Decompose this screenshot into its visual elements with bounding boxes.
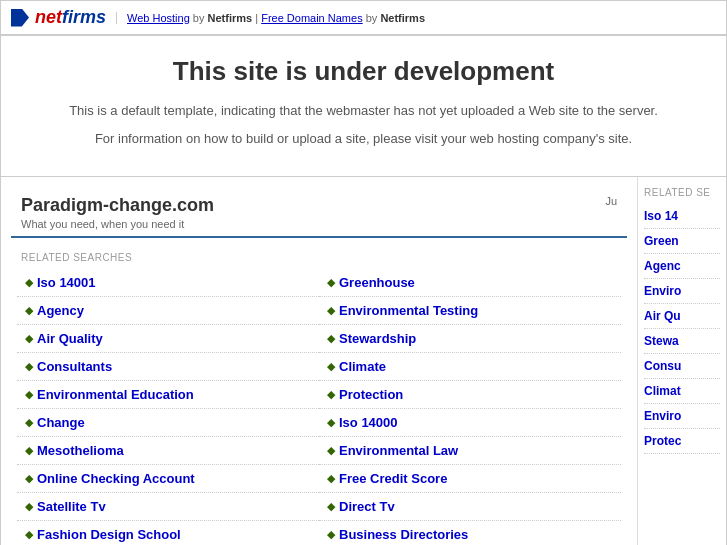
search-item: ◆Environmental Education: [17, 381, 319, 409]
search-item: ◆Air Quality: [17, 325, 319, 353]
search-link[interactable]: Consultants: [37, 359, 112, 374]
arrow-icon: ◆: [327, 472, 335, 485]
search-link[interactable]: Environmental Testing: [339, 303, 478, 318]
search-item: ◆Mesothelioma: [17, 437, 319, 465]
logo-icon: [11, 9, 29, 27]
search-item: ◆Online Checking Account: [17, 465, 319, 493]
right-panel-item[interactable]: Agenc: [644, 254, 720, 279]
search-link[interactable]: Iso 14000: [339, 415, 398, 430]
search-item: ◆Direct Tv: [319, 493, 621, 521]
right-panel-item[interactable]: Air Qu: [644, 304, 720, 329]
search-link[interactable]: Change: [37, 415, 85, 430]
search-item: ◆Iso 14001: [17, 269, 319, 297]
search-item: ◆Free Credit Score: [319, 465, 621, 493]
arrow-icon: ◆: [25, 276, 33, 289]
arrow-icon: ◆: [25, 500, 33, 513]
search-item: ◆Business Directories: [319, 521, 621, 545]
search-link[interactable]: Environmental Education: [37, 387, 194, 402]
arrow-icon: ◆: [327, 500, 335, 513]
left-panel: Paradigm-change.com What you need, when …: [1, 177, 638, 545]
search-item: ◆Fashion Design School: [17, 521, 319, 545]
banner-links: Web Hosting by Netfirms | Free Domain Na…: [116, 12, 425, 24]
under-dev-heading: This site is under development: [41, 56, 686, 87]
right-panel-item[interactable]: Stewa: [644, 329, 720, 354]
search-item: ◆Climate: [319, 353, 621, 381]
logo-text: netfirms: [35, 7, 106, 28]
search-link[interactable]: Iso 14001: [37, 275, 96, 290]
search-link[interactable]: Protection: [339, 387, 403, 402]
search-link[interactable]: Satellite Tv: [37, 499, 106, 514]
search-item: ◆Stewardship: [319, 325, 621, 353]
arrow-icon: ◆: [25, 472, 33, 485]
search-link[interactable]: Stewardship: [339, 331, 416, 346]
search-item: ◆Agency: [17, 297, 319, 325]
arrow-icon: ◆: [25, 360, 33, 373]
arrow-icon: ◆: [25, 528, 33, 541]
netfirms-logo: netfirms: [11, 7, 106, 28]
search-item: ◆Environmental Law: [319, 437, 621, 465]
site-title: Paradigm-change.com: [21, 195, 214, 216]
right-panel-item[interactable]: Climat: [644, 379, 720, 404]
right-panel-item[interactable]: Consu: [644, 354, 720, 379]
search-grid: ◆Iso 14001◆Greenhouse◆Agency◆Environment…: [11, 269, 627, 545]
arrow-icon: ◆: [327, 388, 335, 401]
under-dev-box: This site is under development This is a…: [0, 35, 727, 177]
top-banner: netfirms Web Hosting by Netfirms | Free …: [0, 0, 727, 35]
main-area: Paradigm-change.com What you need, when …: [0, 177, 727, 545]
netfirms-brand-2: Netfirms: [380, 12, 425, 24]
logo-net-part: net: [35, 7, 62, 27]
arrow-icon: ◆: [327, 444, 335, 457]
site-info: Paradigm-change.com What you need, when …: [21, 195, 214, 230]
search-link[interactable]: Air Quality: [37, 331, 103, 346]
right-panel-item[interactable]: Enviro: [644, 279, 720, 304]
search-item: ◆Environmental Testing: [319, 297, 621, 325]
right-panel-item[interactable]: Protec: [644, 429, 720, 454]
arrow-icon: ◆: [25, 332, 33, 345]
search-item: ◆Satellite Tv: [17, 493, 319, 521]
by-text-1: by: [193, 12, 208, 24]
site-tagline: What you need, when you need it: [21, 218, 214, 230]
search-item: ◆Protection: [319, 381, 621, 409]
search-link[interactable]: Agency: [37, 303, 84, 318]
arrow-icon: ◆: [327, 360, 335, 373]
related-searches-label: RELATED SEARCHES: [11, 248, 627, 269]
right-panel-item[interactable]: Enviro: [644, 404, 720, 429]
right-items-container: Iso 14GreenAgencEnviroAir QuStewaConsuCl…: [644, 204, 720, 454]
site-header: Paradigm-change.com What you need, when …: [11, 187, 627, 238]
right-panel-item[interactable]: Iso 14: [644, 204, 720, 229]
search-link[interactable]: Mesothelioma: [37, 443, 124, 458]
search-item: ◆Change: [17, 409, 319, 437]
arrow-icon: ◆: [25, 304, 33, 317]
search-link[interactable]: Business Directories: [339, 527, 468, 542]
by-text-2: by: [366, 12, 381, 24]
netfirms-brand-1: Netfirms: [208, 12, 253, 24]
under-dev-para2: For information on how to build or uploa…: [41, 129, 686, 149]
free-domain-link[interactable]: Free Domain Names: [261, 12, 362, 24]
arrow-icon: ◆: [327, 304, 335, 317]
arrow-icon: ◆: [25, 444, 33, 457]
arrow-icon: ◆: [327, 528, 335, 541]
search-link[interactable]: Greenhouse: [339, 275, 415, 290]
date-text: Ju: [605, 195, 617, 207]
search-link[interactable]: Online Checking Account: [37, 471, 195, 486]
arrow-icon: ◆: [25, 388, 33, 401]
arrow-icon: ◆: [327, 332, 335, 345]
arrow-icon: ◆: [327, 276, 335, 289]
web-hosting-link[interactable]: Web Hosting: [127, 12, 190, 24]
search-link[interactable]: Environmental Law: [339, 443, 458, 458]
arrow-icon: ◆: [327, 416, 335, 429]
search-item: ◆Consultants: [17, 353, 319, 381]
search-item: ◆Iso 14000: [319, 409, 621, 437]
arrow-icon: ◆: [25, 416, 33, 429]
search-item: ◆Greenhouse: [319, 269, 621, 297]
search-link[interactable]: Climate: [339, 359, 386, 374]
search-link[interactable]: Fashion Design School: [37, 527, 181, 542]
under-dev-para1: This is a default template, indicating t…: [41, 101, 686, 121]
search-link[interactable]: Free Credit Score: [339, 471, 447, 486]
right-panel-item[interactable]: Green: [644, 229, 720, 254]
related-searches-label-right: RELATED SE: [644, 187, 720, 198]
right-panel: RELATED SE Iso 14GreenAgencEnviroAir QuS…: [638, 177, 726, 545]
search-link[interactable]: Direct Tv: [339, 499, 395, 514]
